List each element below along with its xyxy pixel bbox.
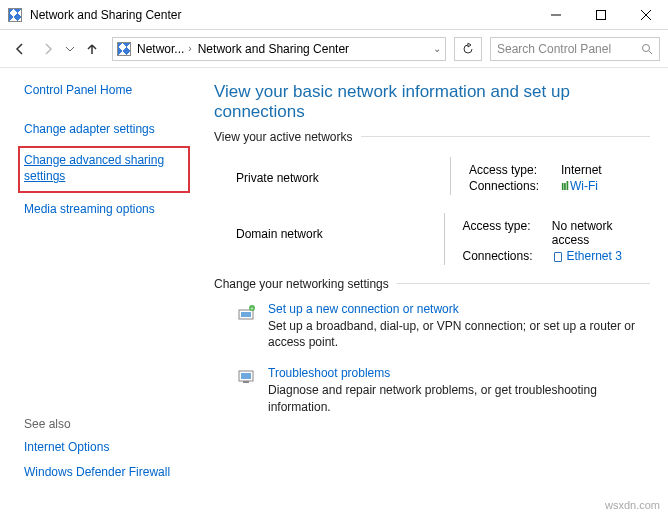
connection-link[interactable]: Wi-Fi <box>570 179 598 193</box>
up-button[interactable] <box>80 37 104 61</box>
wifi-icon: ııl <box>561 179 568 193</box>
troubleshoot-link[interactable]: Troubleshoot problems <box>268 366 390 380</box>
troubleshoot-icon <box>236 366 258 388</box>
svg-rect-11 <box>241 373 251 379</box>
active-networks-legend: View your active networks <box>214 130 361 144</box>
sidebar-adapter-settings[interactable]: Change adapter settings <box>24 121 194 138</box>
location-icon <box>117 42 131 56</box>
window-title: Network and Sharing Center <box>30 8 533 22</box>
settings-row: Troubleshoot problems Diagnose and repai… <box>214 362 650 418</box>
svg-rect-12 <box>243 381 249 383</box>
setup-connection-link[interactable]: Set up a new connection or network <box>268 302 459 316</box>
network-row: Private network Access type:Internet Con… <box>214 151 650 207</box>
sidebar-home[interactable]: Control Panel Home <box>24 82 194 99</box>
toolbar: Networ...› Network and Sharing Center ⌄ … <box>0 30 668 68</box>
search-placeholder: Search Control Panel <box>497 42 641 56</box>
divider <box>444 213 445 265</box>
network-name: Domain network <box>236 213 444 265</box>
divider <box>450 157 451 195</box>
svg-rect-7 <box>241 312 251 317</box>
connection-link[interactable]: Ethernet 3 <box>566 249 621 263</box>
sidebar: Control Panel Home Change adapter settin… <box>0 68 196 495</box>
search-icon <box>641 43 653 55</box>
close-button[interactable] <box>623 0 668 29</box>
address-dropdown[interactable]: ⌄ <box>433 43 441 54</box>
address-bar[interactable]: Networ...› Network and Sharing Center ⌄ <box>112 37 446 61</box>
chevron-right-icon: › <box>188 43 191 54</box>
breadcrumb-item[interactable]: Network and Sharing Center <box>198 42 349 56</box>
highlighted-sidebar-item: Change advanced sharing settings <box>18 146 190 194</box>
svg-point-4 <box>643 44 650 51</box>
sidebar-internet-options[interactable]: Internet Options <box>24 439 194 456</box>
back-button[interactable] <box>8 37 32 61</box>
access-type-label: Access type: <box>462 219 545 247</box>
watermark: wsxdn.com <box>605 499 660 511</box>
breadcrumb-item[interactable]: Networ... <box>137 42 184 56</box>
networking-settings-group: Change your networking settings + Set up… <box>214 283 650 419</box>
setup-connection-icon: + <box>236 302 258 324</box>
network-row: Domain network Access type:No network ac… <box>214 207 650 277</box>
sidebar-media-streaming[interactable]: Media streaming options <box>24 201 194 218</box>
troubleshoot-desc: Diagnose and repair network problems, or… <box>268 382 650 414</box>
connections-label: Connections: <box>469 179 555 193</box>
forward-button[interactable] <box>36 37 60 61</box>
access-type-label: Access type: <box>469 163 555 177</box>
see-also-header: See also <box>24 417 194 431</box>
titlebar: Network and Sharing Center <box>0 0 668 30</box>
minimize-button[interactable] <box>533 0 578 29</box>
network-name: Private network <box>236 157 450 195</box>
ethernet-icon <box>554 252 562 262</box>
svg-text:+: + <box>251 305 254 311</box>
page-title: View your basic network information and … <box>214 82 650 122</box>
access-type-value: No network access <box>552 219 650 247</box>
sidebar-advanced-sharing[interactable]: Change advanced sharing settings <box>24 152 182 186</box>
access-type-value: Internet <box>561 163 602 177</box>
active-networks-group: View your active networks Private networ… <box>214 136 650 277</box>
recent-dropdown[interactable] <box>64 37 76 61</box>
refresh-button[interactable] <box>454 37 482 61</box>
networking-settings-legend: Change your networking settings <box>214 277 397 291</box>
main-panel: View your basic network information and … <box>196 68 668 495</box>
maximize-button[interactable] <box>578 0 623 29</box>
setup-connection-desc: Set up a broadband, dial-up, or VPN conn… <box>268 318 650 350</box>
app-icon <box>8 8 22 22</box>
settings-row: + Set up a new connection or network Set… <box>214 298 650 354</box>
search-input[interactable]: Search Control Panel <box>490 37 660 61</box>
svg-rect-1 <box>596 10 605 19</box>
svg-line-5 <box>649 51 652 54</box>
connections-label: Connections: <box>462 249 548 263</box>
sidebar-firewall[interactable]: Windows Defender Firewall <box>24 464 194 481</box>
